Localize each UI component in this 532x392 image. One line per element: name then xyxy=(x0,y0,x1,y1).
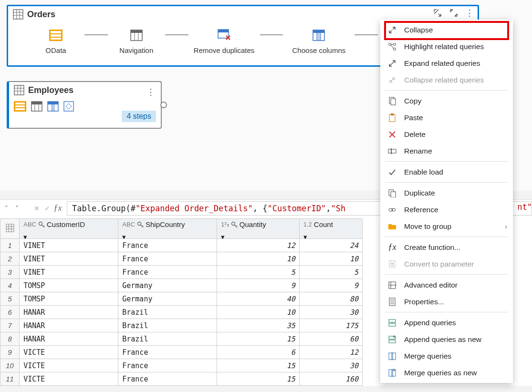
row-index: 1 xyxy=(0,239,20,252)
cell-count: 160 xyxy=(299,372,362,386)
svg-rect-0 xyxy=(13,10,23,19)
menu-append-queries[interactable]: Append queries xyxy=(380,314,513,331)
svg-rect-21 xyxy=(14,85,24,95)
cell-count: 175 xyxy=(299,319,362,332)
table-row[interactable]: 4TOMSPGermany99 xyxy=(0,279,363,292)
table-row[interactable]: 2VINETFrance1010 xyxy=(0,252,363,266)
connector-line xyxy=(165,34,188,35)
menu-merge-queries-new[interactable]: Merge queries as new xyxy=(380,364,513,381)
col-shipcountry[interactable]: ABC ShipCountry ▾ xyxy=(118,219,217,239)
svg-rect-71 xyxy=(389,353,393,360)
svg-rect-6 xyxy=(51,31,61,33)
menu-properties[interactable]: Properties... xyxy=(380,293,513,310)
table-row[interactable]: 9VICTEFrance612 xyxy=(0,346,363,359)
table-row[interactable]: 11VICTEFrance15160 xyxy=(0,372,363,386)
expand-icon[interactable] xyxy=(63,101,74,112)
cell-count: 30 xyxy=(299,306,362,319)
datasource-icon[interactable] xyxy=(14,101,26,112)
cell-count: 80 xyxy=(299,292,362,306)
table-row[interactable]: 5TOMSPGermany4080 xyxy=(0,292,363,306)
svg-point-48 xyxy=(394,48,396,50)
table-row[interactable]: 6HANARBrazil1030 xyxy=(0,306,363,319)
menu-reference[interactable]: Reference xyxy=(380,201,513,218)
col-count[interactable]: 1.2Count ▾ xyxy=(299,219,362,239)
column-filter-dropdown[interactable]: ▾ xyxy=(221,233,295,241)
accept-formula-icon[interactable]: ✓ xyxy=(42,201,52,216)
employees-query-node[interactable]: Employees ⋮ 4 steps xyxy=(7,81,162,129)
check-icon xyxy=(387,167,397,177)
menu-paste[interactable]: Paste xyxy=(380,109,513,126)
menu-duplicate[interactable]: Duplicate xyxy=(380,185,513,201)
menu-highlight-related[interactable]: Highlight related queries xyxy=(380,38,513,55)
step-remove-duplicates[interactable]: Remove duplicates xyxy=(188,27,260,54)
svg-rect-36 xyxy=(51,104,55,111)
svg-point-47 xyxy=(394,43,396,45)
chevron-up-icon[interactable]: ˄ xyxy=(1,201,11,216)
row-index: 10 xyxy=(0,359,20,372)
table-row[interactable]: 8HANARBrazil1560 xyxy=(0,332,363,346)
row-index: 9 xyxy=(0,346,20,359)
menu-collapse[interactable]: Collapse xyxy=(380,21,513,38)
menu-separator xyxy=(385,312,508,312)
menu-merge-queries[interactable]: Merge queries xyxy=(380,348,513,364)
remove-duplicates-icon xyxy=(218,29,231,41)
row-index: 6 xyxy=(0,306,20,319)
append-new-icon xyxy=(387,334,397,345)
cell-quantity: 15 xyxy=(217,359,300,372)
cancel-formula-icon[interactable]: ✕ xyxy=(31,201,42,216)
table-icon[interactable] xyxy=(31,101,42,112)
col-customerid[interactable]: ABC CustomerID ▾ xyxy=(20,219,118,239)
chevron-down-icon[interactable]: ˅ xyxy=(11,201,22,216)
menu-rename[interactable]: Rename xyxy=(380,143,513,159)
collapse-in-icon[interactable] xyxy=(449,8,459,18)
connection-point-icon[interactable] xyxy=(160,102,167,108)
column-filter-dropdown[interactable]: ▾ xyxy=(23,233,114,241)
choose-columns-icon[interactable] xyxy=(47,101,59,112)
fx-icon[interactable]: ƒx xyxy=(52,201,63,216)
menu-create-function[interactable]: ƒx Create function... xyxy=(380,239,513,256)
step-navigation[interactable]: Navigation xyxy=(108,27,165,54)
menu-copy[interactable]: Copy xyxy=(380,93,513,109)
svg-rect-72 xyxy=(392,353,396,360)
employees-step-count[interactable]: 4 steps xyxy=(122,111,156,122)
svg-rect-73 xyxy=(389,370,393,376)
menu-enable-load[interactable]: Enable load xyxy=(380,164,513,180)
col-quantity[interactable]: 1²₃ Quantity ▾ xyxy=(217,219,300,239)
expand-out-icon[interactable] xyxy=(433,8,442,18)
duplicate-icon xyxy=(387,188,397,198)
paste-icon xyxy=(387,113,397,123)
more-icon[interactable]: ⋮ xyxy=(146,87,156,97)
table-row[interactable]: 7HANARBrazil35175 xyxy=(0,319,363,332)
cell-customerid: HANAR xyxy=(20,306,118,319)
datasource-icon xyxy=(49,30,63,41)
menu-expand-related[interactable]: Expand related queries xyxy=(380,55,513,72)
menu-advanced-editor[interactable]: Advanced editor xyxy=(380,277,513,293)
svg-rect-59 xyxy=(389,261,395,268)
menu-separator xyxy=(385,161,508,162)
cell-shipcountry: Germany xyxy=(118,292,217,306)
cell-quantity: 15 xyxy=(217,332,300,346)
column-filter-dropdown[interactable]: ▾ xyxy=(303,233,358,241)
row-index: 5 xyxy=(0,292,20,306)
step-odata[interactable]: OData xyxy=(27,27,84,54)
row-index: 7 xyxy=(0,319,20,332)
svg-point-58 xyxy=(392,208,396,211)
cell-quantity: 40 xyxy=(217,292,300,306)
row-index-header[interactable] xyxy=(0,219,20,239)
menu-collapse-related: Collapse related queries xyxy=(380,72,513,88)
menu-append-queries-new[interactable]: Append queries as new xyxy=(380,331,513,348)
cell-customerid: TOMSP xyxy=(20,292,118,306)
table-row[interactable]: 10VICTEFrance1530 xyxy=(0,359,363,372)
step-choose-columns[interactable]: Choose columns xyxy=(283,27,355,54)
key-icon xyxy=(38,221,45,228)
table-row[interactable]: 3VINETFrance55 xyxy=(0,266,363,279)
menu-move-to-group[interactable]: Move to group › xyxy=(380,218,513,235)
svg-rect-74 xyxy=(392,370,396,376)
svg-rect-56 xyxy=(391,192,396,197)
svg-point-46 xyxy=(389,43,391,45)
column-filter-dropdown[interactable]: ▾ xyxy=(122,233,213,241)
svg-rect-16 xyxy=(313,30,324,33)
collapse-icon xyxy=(387,25,397,35)
menu-delete[interactable]: Delete xyxy=(380,126,513,143)
more-icon[interactable]: ⋮ xyxy=(465,10,474,15)
